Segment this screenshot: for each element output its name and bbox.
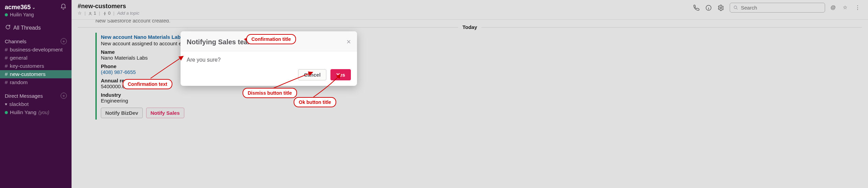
- dm-label: Huilin Yang: [10, 109, 36, 115]
- dm-header: Direct Messages +: [0, 90, 72, 100]
- chevron-down-icon: ⌄: [32, 5, 35, 10]
- annotation-ok-button: Ok button title: [294, 97, 336, 107]
- channel-item[interactable]: #key-customers: [0, 62, 72, 70]
- channel-label: business-development: [10, 47, 63, 53]
- cancel-button[interactable]: Cancel: [298, 69, 326, 80]
- team-name: acme365 ⌄: [5, 4, 35, 11]
- hash-icon: #: [5, 47, 8, 53]
- channel-list: #business-development #general #key-cust…: [0, 46, 72, 87]
- dm-label: slackbot: [9, 101, 29, 107]
- team-name-text: acme365: [5, 4, 31, 11]
- add-dm-icon[interactable]: +: [61, 93, 67, 99]
- presence-active-icon: [5, 111, 8, 114]
- channels-header: Channels +: [0, 35, 72, 46]
- dm-list: ♥ slackbot Huilin Yang (you): [0, 100, 72, 116]
- modal-footer: Cancel Yes: [181, 66, 357, 86]
- presence-active-icon: [5, 13, 8, 16]
- dm-label: Direct Messages: [5, 93, 43, 99]
- all-threads[interactable]: All Threads: [0, 22, 72, 35]
- channel-item[interactable]: #general: [0, 54, 72, 62]
- all-threads-label: All Threads: [13, 25, 41, 31]
- modal-title: Notifying Sales team: [187, 38, 254, 46]
- channel-label: key-customers: [10, 63, 44, 69]
- hash-icon: #: [5, 55, 8, 61]
- add-channel-icon[interactable]: +: [61, 38, 67, 44]
- channel-label: random: [10, 79, 28, 85]
- annotation-dismiss-button: Dismiss button title: [243, 88, 297, 98]
- close-icon[interactable]: ×: [346, 37, 351, 46]
- bell-icon[interactable]: [60, 3, 67, 11]
- hash-icon: #: [5, 63, 8, 69]
- sidebar: acme365 ⌄ Huilin Yang All Threads Channe…: [0, 0, 72, 188]
- annotation-confirmation-title: Confirmation title: [246, 34, 296, 44]
- dm-item[interactable]: ♥ slackbot: [0, 100, 72, 108]
- annotation-confirmation-text: Confirmation text: [123, 79, 172, 89]
- channel-item[interactable]: #random: [0, 78, 72, 87]
- modal-body: Are you sure?: [181, 51, 357, 66]
- channel-label: new-customers: [10, 71, 46, 77]
- channels-label: Channels: [5, 38, 26, 44]
- you-suffix: (you): [38, 110, 49, 115]
- modal-overlay[interactable]: [72, 0, 868, 188]
- hash-icon: #: [5, 71, 8, 77]
- channel-label: general: [10, 55, 28, 61]
- heart-icon: ♥: [5, 102, 7, 107]
- ok-button[interactable]: Yes: [330, 69, 351, 80]
- channel-item[interactable]: #business-development: [0, 46, 72, 54]
- dm-item[interactable]: Huilin Yang (you): [0, 108, 72, 116]
- channel-item-active[interactable]: #new-customers: [0, 70, 72, 78]
- threads-icon: [5, 24, 11, 31]
- current-user-name: Huilin Yang: [10, 12, 34, 17]
- current-user-row[interactable]: Huilin Yang: [0, 12, 72, 22]
- hash-icon: #: [5, 79, 8, 85]
- team-header[interactable]: acme365 ⌄: [0, 2, 72, 12]
